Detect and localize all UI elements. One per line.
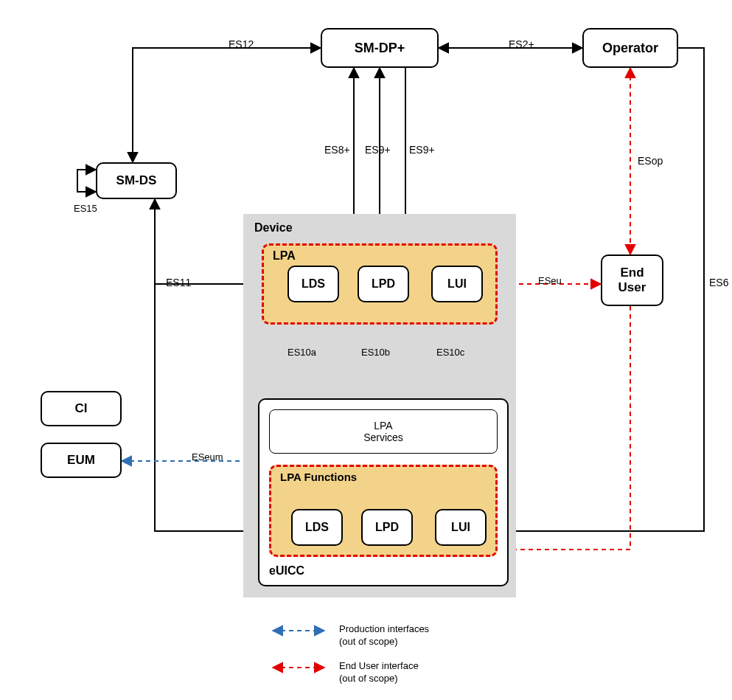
legend-end-user: End User interface (out of scope) (339, 660, 419, 685)
node-eum: EUM (41, 443, 122, 478)
node-sm-ds: SM-DS (96, 162, 177, 199)
node-label: LUI (447, 277, 467, 291)
edge-label-es9pa: ES9+ (365, 144, 391, 156)
node-lds-1: LDS (287, 266, 339, 302)
node-label: SM-DS (116, 173, 157, 188)
node-lpa-services: LPA Services (269, 409, 498, 454)
node-label: LDS (305, 521, 329, 534)
node-label: LUI (451, 521, 470, 534)
node-operator: Operator (582, 28, 678, 68)
node-lpd-1: LPD (358, 266, 409, 302)
edge-label-eseu: ESeu (538, 275, 562, 286)
node-label: End User (618, 266, 646, 295)
edge-label-es10c: ES10c (436, 347, 464, 358)
node-label: LPD (372, 277, 395, 291)
node-ci: CI (41, 391, 122, 426)
edge-label-es11: ES11 (166, 277, 191, 288)
node-sm-dp: SM-DP+ (321, 28, 439, 68)
node-label: Operator (602, 41, 658, 56)
node-end-user: End User (601, 254, 663, 306)
node-label: LDS (301, 277, 325, 291)
node-label: LPD (375, 521, 399, 534)
edge-label-es15: ES15 (74, 203, 97, 214)
node-label: CI (75, 401, 88, 416)
edge-label-esop: ESop (638, 155, 663, 167)
edge-label-es6: ES6 (709, 277, 728, 288)
edge-label-es8p: ES8+ (324, 144, 350, 156)
legend-production: Production interfaces (out of scope) (339, 623, 429, 648)
edge-label-es2p: ES2+ (509, 38, 534, 50)
edge-label-eseum: ESeum (192, 451, 223, 462)
edge-label-es10b: ES10b (361, 347, 390, 358)
group-device-label: Device (254, 221, 293, 235)
group-lpa-label: LPA (273, 249, 296, 263)
edge-label-es12: ES12 (229, 38, 254, 50)
node-lds-2: LDS (291, 509, 343, 546)
node-lui-1: LUI (431, 266, 483, 302)
node-lui-2: LUI (435, 509, 487, 546)
node-label: LPA Services (363, 420, 403, 443)
node-label: SM-DP+ (355, 41, 405, 56)
edge-label-es10a: ES10a (287, 347, 316, 358)
node-lpd-2: LPD (361, 509, 413, 546)
group-euicc-label: eUICC (269, 564, 304, 578)
edge-label-es9pb: ES9+ (409, 144, 435, 156)
group-lpa-functions-label: LPA Functions (280, 471, 357, 483)
node-label: EUM (67, 453, 95, 468)
